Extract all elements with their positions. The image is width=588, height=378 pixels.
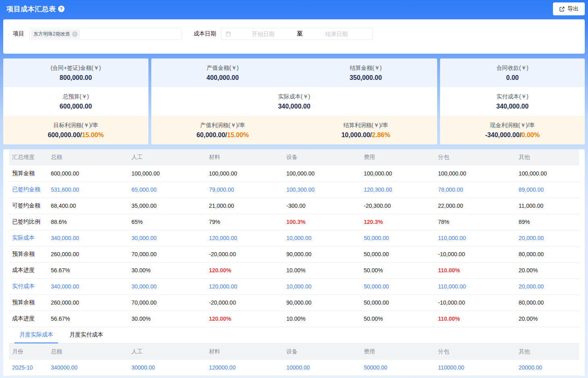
metric-value: 400,000.00 xyxy=(206,74,239,81)
table-cell: 100,000.00 xyxy=(206,165,283,182)
table-cell: -10,000.00 xyxy=(435,294,515,311)
card-section: (合同+签证)金额(￥)800,000.00 xyxy=(3,58,148,87)
calendar-icon xyxy=(225,31,231,37)
row-label[interactable]: 2025-10 xyxy=(9,360,48,376)
table-cell[interactable]: 340,000.00 xyxy=(48,278,128,294)
table-cell[interactable]: 50,000.00 xyxy=(361,278,435,294)
card-section: 现金利润额(￥)/率-340,000.00/0.00% xyxy=(440,116,585,144)
metric-label: 总预算(￥) xyxy=(63,93,89,100)
table-cell: 50,000.00 xyxy=(361,246,435,262)
table-cell[interactable]: 340,000.00 xyxy=(48,230,128,246)
card-section: 实付成本(￥)340,000.00 xyxy=(440,87,585,116)
table-cell: 120.00% xyxy=(206,311,283,327)
end-date-input[interactable] xyxy=(304,31,369,37)
table-cell[interactable]: 120,000.00 xyxy=(206,230,283,246)
metric-rate: 0.00% xyxy=(521,132,540,138)
table-cell: 90,000.00 xyxy=(283,246,361,262)
row-label: 预算金额 xyxy=(9,165,48,182)
table-cell[interactable]: 340000.00 xyxy=(48,360,128,376)
table-cell: 100,000.00 xyxy=(435,165,515,182)
table-row: 预算金额600,000.00100,000.00100,000.00100,00… xyxy=(9,165,579,182)
date-separator: 至 xyxy=(296,30,304,38)
metric-label: 产值金额(￥) xyxy=(206,65,238,72)
metric-label: 目标利润额(￥)/率 xyxy=(53,122,98,129)
row-label: 成本进度 xyxy=(9,311,48,327)
table-cell[interactable]: 50000.00 xyxy=(361,360,435,376)
project-filter-label: 项目 xyxy=(13,30,24,38)
summary-card: 合同收款(￥)0.00实付成本(￥)340,000.00现金利润额(￥)/率-3… xyxy=(440,58,585,144)
table-cell[interactable]: 10,000.00 xyxy=(283,278,361,294)
table-cell[interactable]: 20,000.00 xyxy=(515,230,579,246)
project-tag-label: 东方明珠2期改造 xyxy=(33,31,70,38)
table-cell[interactable]: 531,600.00 xyxy=(48,182,128,198)
table-cell: -10,000.00 xyxy=(435,246,515,262)
table-cell[interactable]: 120,000.00 xyxy=(206,278,283,294)
column-header: 分包 xyxy=(435,149,515,165)
export-button[interactable]: 导出 xyxy=(553,2,585,15)
row-label: 可签约金额 xyxy=(9,198,48,214)
table-cell[interactable]: 30,000.00 xyxy=(128,230,206,246)
row-label[interactable]: 已签约金额 xyxy=(9,182,48,198)
row-label: 成本进度 xyxy=(9,262,48,278)
column-header: 汇总维度 xyxy=(9,149,48,165)
metric-value: 60,000.00/15.00% xyxy=(196,132,249,139)
table-cell: 80,000.00 xyxy=(515,294,579,311)
metric-value: 340,000.00 xyxy=(278,103,310,110)
table-cell[interactable]: 110000.00 xyxy=(435,360,515,376)
metric-value: 340,000.00 xyxy=(496,103,529,110)
table-cell: 50,000.00 xyxy=(361,294,435,311)
table-cell[interactable]: 79,000.00 xyxy=(206,182,283,198)
tabs: 月度实际成本 月度实付成本 xyxy=(9,327,579,344)
page-header: 项目成本汇总表 ? 导出 xyxy=(0,0,588,18)
table-cell[interactable]: 30,000.00 xyxy=(128,278,206,294)
row-label: 预算余额 xyxy=(9,294,48,311)
table-cell[interactable]: 100,300.00 xyxy=(283,182,361,198)
metric-cell: 目标利润额(￥)/率600,000.00/15.00% xyxy=(3,116,148,144)
card-section: 实际成本(￥)340,000.00 xyxy=(151,87,438,116)
table-cell[interactable]: 89,000.00 xyxy=(515,182,579,198)
metric-rate: 15.00% xyxy=(82,132,104,138)
table-row: 已签约金额531,600.0065,000.0079,000.00100,300… xyxy=(9,182,579,198)
table-cell[interactable]: 50,000.00 xyxy=(361,230,435,246)
table-cell[interactable]: 20,000.00 xyxy=(515,278,579,294)
page-title: 项目成本汇总表 xyxy=(6,4,56,14)
card-section: 目标利润额(￥)/率600,000.00/15.00% xyxy=(3,116,148,144)
project-tag: 东方明珠2期改造 × xyxy=(31,29,80,39)
table-cell[interactable]: 10000.00 xyxy=(283,360,361,376)
row-label[interactable]: 实际成本 xyxy=(9,230,48,246)
table-cell[interactable]: 10,000.00 xyxy=(283,230,361,246)
table-cell[interactable]: 30000.00 xyxy=(128,360,206,376)
table-cell[interactable]: 110,000.00 xyxy=(435,278,515,294)
metric-cell: 现金利润额(￥)/率-340,000.00/0.00% xyxy=(440,116,585,144)
tab-monthly-actual-cost[interactable]: 月度实际成本 xyxy=(15,327,58,343)
column-header: 月份 xyxy=(9,344,48,360)
tab-monthly-paid-cost[interactable]: 月度实付成本 xyxy=(65,327,108,343)
table-cell[interactable]: 20000.00 xyxy=(515,360,579,376)
column-header: 材料 xyxy=(206,344,283,360)
metric-rate: 2.86% xyxy=(372,132,390,138)
table-cell[interactable]: 120000.00 xyxy=(206,360,283,376)
table-cell[interactable]: 120,300.00 xyxy=(361,182,435,198)
table-cell: 10.00% xyxy=(283,311,361,327)
metric-cell: 产值金额(￥)400,000.00 xyxy=(151,58,294,87)
project-select-input[interactable]: 东方明珠2期改造 × xyxy=(29,28,181,40)
table-cell: 56.67% xyxy=(48,311,128,327)
row-label[interactable]: 实付成本 xyxy=(9,278,48,294)
metric-label: 结算利润额(￥)/率 xyxy=(343,122,388,129)
start-date-input[interactable] xyxy=(231,31,296,37)
table-cell[interactable]: 110,000.00 xyxy=(435,230,515,246)
table-row: 实际成本340,000.0030,000.00120,000.0010,000.… xyxy=(9,230,579,246)
date-range-picker[interactable]: 至 xyxy=(221,28,373,40)
metric-label: (合同+签证)金额(￥) xyxy=(50,65,101,72)
help-icon[interactable]: ? xyxy=(58,6,65,12)
metric-rate: 15.00% xyxy=(227,132,249,138)
row-label: 已签约比例 xyxy=(9,214,48,230)
metric-label: 实际成本(￥) xyxy=(278,93,310,100)
column-header: 费用 xyxy=(361,344,435,360)
metric-value: 10,000.00/2.86% xyxy=(341,132,390,139)
table-cell[interactable]: 78,000.00 xyxy=(435,182,515,198)
table-cell[interactable]: 65,000.00 xyxy=(128,182,206,198)
tag-close-icon[interactable]: × xyxy=(72,31,77,37)
title-wrap: 项目成本汇总表 ? xyxy=(6,4,65,14)
table-cell: 70,000.00 xyxy=(128,294,206,311)
